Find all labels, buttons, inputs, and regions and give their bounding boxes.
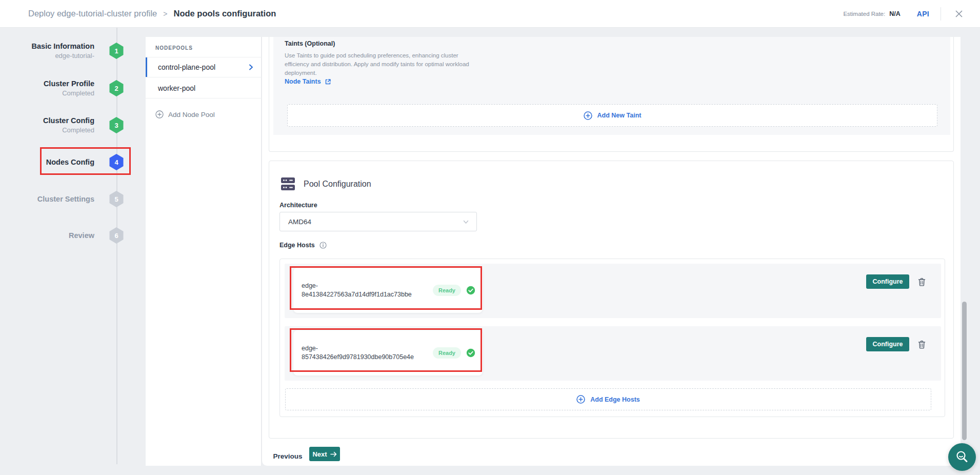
nodepool-label: worker-pool	[158, 84, 195, 92]
search-help-button[interactable]	[948, 443, 976, 471]
step-label: Nodes Config	[46, 157, 94, 167]
taints-title: Taints (Optional)	[285, 40, 335, 47]
edge-host-row: edge-857438426ef9d9781930dbe90b705e4e Re…	[285, 326, 941, 381]
breadcrumb-profile: Deploy edge-tutorial-cluster profile	[28, 9, 157, 18]
step-cluster-settings[interactable]: Cluster Settings	[17, 189, 94, 209]
next-label: Next	[312, 450, 327, 458]
external-link-icon	[325, 78, 331, 85]
status-badge: Ready	[433, 347, 461, 359]
edge-host-card[interactable]: edge-8e41384227563a7d14df9f1d1ac73bbe Re…	[293, 268, 483, 313]
taints-description: Use Taints to guide pod scheduling prefe…	[285, 51, 482, 77]
add-edge-hosts-label: Add Edge Hosts	[590, 396, 640, 403]
node-taints-link-label: Node Taints	[285, 78, 321, 85]
architecture-value: AMD64	[288, 218, 311, 226]
estimated-rate-label: Estimated Rate:	[843, 11, 885, 17]
add-node-pool-button[interactable]: Add Node Pool	[155, 105, 215, 124]
taints-card: Taints (Optional) Use Taints to guide po…	[269, 37, 954, 152]
step-label: Basic Information	[32, 42, 94, 51]
step-label: Cluster Settings	[37, 194, 94, 204]
breadcrumb-separator: >	[163, 10, 167, 18]
step-sublabel: Completed	[62, 126, 94, 134]
api-link[interactable]: API	[917, 10, 929, 18]
step-badge-5[interactable]: 5	[109, 191, 124, 207]
add-node-pool-label: Add Node Pool	[168, 111, 215, 118]
pool-configuration-title: Pool Configuration	[304, 180, 371, 189]
plus-circle-icon	[576, 395, 585, 404]
nodepool-item-worker-pool[interactable]: worker-pool	[146, 78, 262, 98]
server-icon	[281, 177, 295, 191]
step-label: Review	[69, 231, 94, 240]
step-badge-6[interactable]: 6	[109, 227, 124, 244]
nodepools-panel: NODEPOOLS control-plane-pool worker-pool…	[146, 37, 262, 466]
edge-host-name: edge-8e41384227563a7d14df9f1d1ac73bbe	[302, 282, 428, 299]
step-review[interactable]: Review	[17, 226, 94, 245]
trash-icon[interactable]	[918, 278, 926, 286]
breadcrumb: Deploy edge-tutorial-cluster profile > N…	[28, 9, 276, 18]
step-badge-2[interactable]: 2	[109, 80, 124, 96]
step-sublabel: Completed	[62, 89, 94, 97]
architecture-label: Architecture	[279, 202, 317, 209]
plus-circle-icon	[584, 111, 592, 120]
add-edge-hosts-button[interactable]: Add Edge Hosts	[285, 388, 931, 410]
previous-button[interactable]: Previous	[269, 449, 307, 464]
info-icon	[319, 242, 327, 249]
step-cluster-config[interactable]: Cluster Config Completed	[17, 115, 94, 135]
step-badge-1[interactable]: 1	[109, 43, 124, 59]
step-badge-4[interactable]: 4	[109, 154, 124, 170]
trash-icon[interactable]	[918, 340, 926, 349]
configure-button[interactable]: Configure	[866, 274, 909, 289]
step-label: Cluster Config	[43, 116, 94, 125]
node-taints-link[interactable]: Node Taints	[285, 78, 331, 85]
edge-hosts-list: edge-8e41384227563a7d14df9f1d1ac73bbe Re…	[279, 259, 945, 417]
edge-hosts-label: Edge Hosts	[279, 242, 315, 249]
wizard-header: Deploy edge-tutorial-cluster profile > N…	[0, 0, 980, 28]
step-basic-information[interactable]: Basic Information edge-tutorial-	[17, 41, 94, 61]
pool-configuration-card: Pool Configuration Architecture AMD64 Ed…	[269, 161, 954, 439]
chevron-right-icon	[247, 64, 254, 71]
add-new-taint-label: Add New Taint	[597, 112, 642, 119]
estimated-rate-value: N/A	[889, 10, 901, 17]
step-nodes-config[interactable]: Nodes Config	[17, 152, 94, 172]
nodepool-item-control-plane-pool[interactable]: control-plane-pool	[146, 57, 262, 77]
header-divider	[941, 7, 941, 21]
close-icon[interactable]	[952, 7, 966, 21]
chevron-down-icon	[463, 219, 469, 225]
vertical-scrollbar[interactable]	[962, 302, 967, 440]
main-content: Taints (Optional) Use Taints to guide po…	[262, 37, 961, 466]
arrow-right-icon	[330, 451, 337, 457]
check-circle-icon	[466, 286, 475, 295]
step-badge-3[interactable]: 3	[109, 117, 124, 133]
status-badge: Ready	[433, 285, 461, 296]
step-label: Cluster Profile	[44, 79, 94, 88]
add-new-taint-button[interactable]: Add New Taint	[287, 104, 937, 127]
step-cluster-profile[interactable]: Cluster Profile Completed	[17, 78, 94, 98]
page-title: Node pools configuration	[173, 9, 276, 18]
architecture-select[interactable]: AMD64	[279, 212, 477, 231]
edge-host-name: edge-857438426ef9d9781930dbe90b705e4e	[302, 344, 428, 362]
edge-host-row: edge-8e41384227563a7d14df9f1d1ac73bbe Re…	[285, 264, 941, 318]
configure-button[interactable]: Configure	[866, 337, 909, 351]
edge-host-card[interactable]: edge-857438426ef9d9781930dbe90b705e4e Re…	[293, 330, 483, 375]
step-sublabel: edge-tutorial-	[55, 51, 94, 60]
plus-circle-icon	[155, 110, 164, 118]
check-circle-icon	[466, 348, 475, 358]
nodepools-title: NODEPOOLS	[155, 45, 193, 51]
nodepool-label: control-plane-pool	[158, 63, 215, 71]
magnifier-smile-icon	[954, 449, 970, 465]
next-button[interactable]: Next	[309, 447, 340, 461]
